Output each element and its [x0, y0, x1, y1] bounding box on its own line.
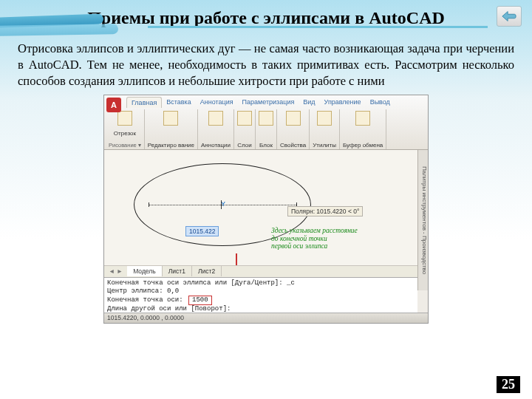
- ribbon-panel[interactable]: Слои: [234, 109, 256, 149]
- command-line-text: Центр эллипса: 0,0: [107, 287, 415, 296]
- ribbon-tabs: ГлавнаяВставкаАннотацияПараметризацияВид…: [104, 95, 428, 108]
- panel-icon: [286, 111, 301, 126]
- command-line[interactable]: Конечная точка оси эллипса или [Дуга/Цен…: [104, 277, 417, 313]
- command-line-text: Конечная точка оси эллипса или [Дуга/Цен…: [107, 279, 415, 287]
- layout-tab[interactable]: Лист1: [163, 266, 192, 276]
- ribbon-tab[interactable]: Вид: [299, 97, 319, 108]
- page-number: 25: [497, 376, 520, 393]
- ribbon-tab[interactable]: Вставка: [162, 97, 195, 108]
- back-button[interactable]: [497, 6, 522, 27]
- ribbon-panel[interactable]: Блок: [256, 109, 277, 149]
- ribbon: ГлавнаяВставкаАннотацияПараметризацияВид…: [104, 95, 428, 150]
- panel-label: Слои: [237, 143, 251, 149]
- panel-icon: [163, 111, 178, 126]
- ribbon-panel[interactable]: ОтрезокРисование ▾: [106, 109, 145, 149]
- tool-palette-strip[interactable]: Палитры инструментов - Производство: [417, 150, 428, 290]
- panel-label: Свойства: [280, 143, 306, 149]
- panel-icon: [237, 111, 252, 126]
- panel-icon: [317, 111, 332, 126]
- ribbon-tab[interactable]: Параметризация: [238, 97, 299, 108]
- ribbon-tab[interactable]: Вывод: [366, 97, 395, 108]
- ribbon-tab[interactable]: Главная: [126, 97, 162, 108]
- panel-icon: [355, 111, 370, 126]
- status-coords: 1015.4220, 0.0000 , 0.0000: [107, 314, 184, 321]
- panel-label: Буфер обмена: [343, 143, 383, 149]
- panel-label: Блок: [259, 143, 273, 149]
- ribbon-panel[interactable]: Свойства: [277, 109, 310, 149]
- polar-tooltip: Полярн: 1015.4220 < 0°: [287, 206, 363, 216]
- layout-tabs: ◄ ► МодельЛист1Лист2: [104, 265, 417, 277]
- panel-label: Редактиро вание: [148, 143, 194, 149]
- ribbon-tab[interactable]: Управление: [320, 97, 366, 108]
- drawing-canvas[interactable]: Y 1015.422 Полярн: 1015.4220 < 0° Здесь …: [104, 150, 417, 265]
- ribbon-panel[interactable]: Буфер обмена: [340, 109, 386, 149]
- dynamic-input-value[interactable]: 1015.422: [185, 226, 219, 236]
- axis-tick: [149, 202, 149, 207]
- panel-icon: [117, 111, 132, 126]
- autocad-screenshot: A ГлавнаяВставкаАннотацияПараметризацияВ…: [103, 95, 429, 324]
- panel-icon: [208, 111, 223, 126]
- layout-tab[interactable]: Лист2: [192, 266, 222, 276]
- panel-label: Отрезок: [114, 131, 136, 137]
- command-line-text: Конечная точка оси: 1500: [107, 296, 415, 305]
- ribbon-panel[interactable]: Утилиты: [310, 109, 340, 149]
- app-logo-icon: A: [106, 98, 121, 112]
- slide-decor-bar-2: [0, 24, 118, 37]
- panel-icon: [259, 111, 273, 126]
- ribbon-tab[interactable]: Аннотация: [196, 97, 238, 108]
- ribbon-panels: ОтрезокРисование ▾Редактиро ваниеАннотац…: [104, 108, 428, 149]
- command-input-highlight: 1500: [188, 296, 212, 305]
- panel-label: Аннотации: [201, 143, 231, 149]
- slide-paragraph: Отрисовка эллипсов и эллиптических дуг —…: [18, 41, 514, 90]
- command-line-text: Длина другой оси или [Поворот]:: [107, 305, 415, 312]
- ribbon-panel[interactable]: Редактиро вание: [145, 109, 198, 149]
- annotation-hint: Здесь указываем расстояниедо конечной то…: [271, 227, 358, 251]
- panel-label: Утилиты: [313, 143, 336, 149]
- status-bar: 1015.4220, 0.0000 , 0.0000: [104, 313, 428, 323]
- layout-tab[interactable]: Модель: [127, 266, 163, 276]
- panel-group: Рисование ▾: [109, 142, 141, 149]
- back-arrow-icon: [501, 10, 517, 22]
- center-tick: [221, 200, 222, 209]
- slide-decor-line: [148, 26, 488, 28]
- ribbon-panel[interactable]: Аннотации: [198, 109, 234, 149]
